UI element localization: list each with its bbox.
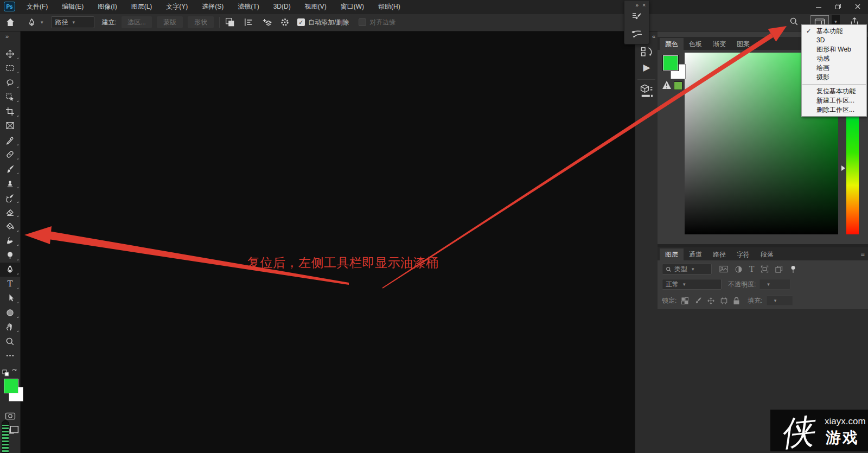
filter-smart-objects-icon[interactable] [775, 265, 783, 273]
menu-window[interactable]: 窗口(W) [334, 0, 371, 13]
tool-clone-stamp[interactable] [0, 176, 20, 191]
path-operations-button[interactable] [225, 17, 235, 27]
align-edges-toggle[interactable]: 对齐边缘 [359, 18, 395, 27]
workspace-item-photography[interactable]: 摄影 [802, 73, 866, 82]
brush-settings-panel-button[interactable] [624, 9, 649, 25]
foreground-color-swatch[interactable] [4, 379, 18, 393]
workspace-item-new[interactable]: 新建工作区... [802, 96, 866, 105]
workspace-item-reset[interactable]: 复位基本功能 [802, 87, 866, 96]
menu-filter[interactable]: 滤镜(T) [231, 0, 266, 13]
filter-type-layers-icon[interactable]: T [749, 265, 754, 273]
menu-help[interactable]: 帮助(H) [371, 0, 407, 13]
tool-hand[interactable] [0, 320, 20, 335]
workspace-item-3d[interactable]: 3D [802, 36, 866, 45]
tool-type[interactable]: T [0, 277, 20, 291]
menu-layer[interactable]: 图层(L) [124, 0, 159, 13]
layer-filter-select[interactable]: 类型 ▾ [662, 264, 712, 275]
tool-ellipse[interactable] [0, 305, 20, 320]
minimize-button[interactable] [813, 2, 825, 11]
tab-paragraph[interactable]: 段落 [755, 248, 779, 260]
properties-panel-button[interactable] [635, 84, 658, 100]
dock-collapse-button[interactable]: « [652, 33, 654, 40]
close-button[interactable] [852, 2, 864, 11]
search-button[interactable] [789, 17, 799, 26]
tool-pen[interactable] [0, 263, 20, 277]
history-panel-button[interactable] [635, 46, 658, 60]
tool-move[interactable] [0, 47, 20, 61]
opacity-input[interactable]: ▾ [759, 279, 790, 290]
workspace-item-painting[interactable]: 绘画 [802, 63, 866, 73]
menu-select[interactable]: 选择(S) [195, 0, 231, 13]
tool-dodge[interactable] [0, 248, 20, 263]
restore-button[interactable] [832, 2, 844, 11]
workspace-item-essentials[interactable]: ✓ 基本功能 [802, 27, 866, 36]
path-options-button[interactable] [280, 17, 290, 27]
panel-close-button[interactable]: × [642, 2, 646, 8]
tool-lasso[interactable] [0, 75, 20, 90]
menu-3d[interactable]: 3D(D) [266, 0, 298, 13]
fill-input[interactable]: ▾ [766, 295, 793, 306]
make-mask-button[interactable]: 蒙版 [157, 16, 183, 28]
filter-toggle-icon[interactable] [790, 265, 796, 273]
lock-pixels-icon[interactable] [694, 297, 702, 305]
lock-position-icon[interactable] [707, 297, 715, 305]
menu-type[interactable]: 文字(Y) [159, 0, 195, 13]
make-selection-button[interactable]: 选区... [122, 16, 152, 28]
home-button[interactable] [5, 17, 15, 27]
tool-smudge[interactable] [0, 234, 20, 248]
make-shape-button[interactable]: 形状 [188, 16, 214, 28]
path-alignment-button[interactable] [244, 17, 253, 27]
tool-eyedropper[interactable] [0, 133, 20, 148]
canvas-area[interactable]: 复位后，左侧工具栏即显示油漆桶 [21, 31, 635, 453]
panel-foreground-color-swatch[interactable] [663, 55, 678, 71]
filter-pixel-layers-icon[interactable] [719, 265, 728, 273]
tool-spot-healing[interactable] [0, 148, 20, 162]
tab-patterns[interactable]: 图案 [731, 38, 755, 50]
tab-character[interactable]: 字符 [731, 248, 755, 260]
filter-shape-layers-icon[interactable] [761, 265, 769, 273]
toolbar-expand-button[interactable]: » [5, 33, 8, 40]
actions-panel-button[interactable]: ▶ [635, 63, 658, 72]
menu-edit[interactable]: 编辑(E) [55, 0, 91, 13]
filter-adjustment-layers-icon[interactable] [735, 265, 743, 273]
tab-gradients[interactable]: 渐变 [707, 38, 731, 50]
tool-paint-bucket[interactable] [0, 219, 20, 234]
blend-mode-select[interactable]: 正常 ▾ [662, 279, 722, 290]
menu-file[interactable]: 文件(F) [20, 0, 55, 13]
tool-path-selection[interactable] [0, 291, 20, 306]
panel-expand-button[interactable]: » [636, 2, 639, 8]
tool-rectangular-marquee[interactable] [0, 61, 20, 76]
menu-image[interactable]: 图像(I) [91, 0, 124, 13]
hue-slider-pointer[interactable] [841, 165, 845, 171]
tab-swatches[interactable]: 色板 [684, 38, 707, 50]
tab-paths[interactable]: 路径 [707, 248, 731, 260]
edit-toolbar-button[interactable] [0, 349, 20, 363]
lock-artboard-icon[interactable] [720, 297, 728, 305]
pen-tool-preset-button[interactable]: ▾ [27, 18, 43, 27]
tool-eraser[interactable] [0, 205, 20, 220]
tool-object-selection[interactable] [0, 90, 20, 105]
tab-layers[interactable]: 图层 [660, 248, 684, 260]
lock-transparency-icon[interactable] [681, 297, 689, 305]
tool-frame[interactable] [0, 119, 20, 133]
default-swap-colors-button[interactable] [2, 367, 19, 378]
tool-history-brush[interactable] [0, 190, 20, 205]
brushes-panel-button[interactable] [624, 25, 649, 41]
workspace-item-delete[interactable]: 删除工作区... [802, 105, 866, 114]
tool-zoom[interactable] [0, 334, 20, 349]
tool-brush[interactable] [0, 162, 20, 176]
tool-mode-select[interactable]: 路径 ▾ [51, 16, 94, 28]
workspace-item-motion[interactable]: 动感 [802, 54, 866, 63]
path-arrangement-button[interactable] [262, 17, 272, 28]
gamut-color-swatch[interactable] [674, 81, 682, 90]
workspace-item-graphics-web[interactable]: 图形和 Web [802, 45, 866, 54]
quick-mask-button[interactable] [4, 411, 16, 421]
panel-menu-icon[interactable]: ≡ [860, 250, 865, 258]
tool-crop[interactable] [0, 104, 20, 119]
tab-channels[interactable]: 通道 [684, 248, 707, 260]
tab-color[interactable]: 颜色 [660, 38, 684, 50]
lock-all-icon[interactable] [733, 297, 740, 305]
auto-add-delete-toggle[interactable]: ✓ 自动添加/删除 [297, 18, 349, 27]
gamut-warning-icon[interactable] [662, 80, 672, 90]
menu-view[interactable]: 视图(V) [298, 0, 334, 13]
